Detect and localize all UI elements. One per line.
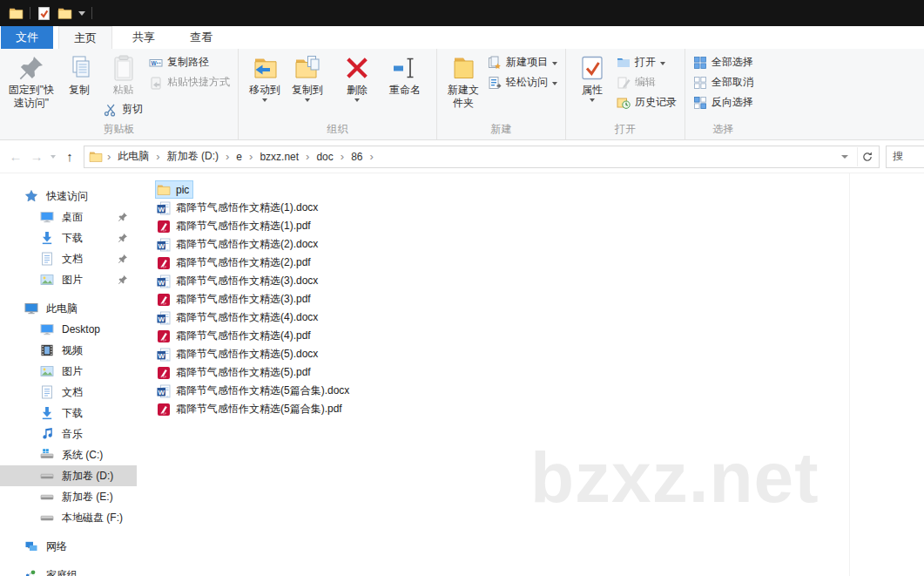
new-folder-button[interactable]: 新建文件夹 [442,52,484,112]
sidebar-item-视频[interactable]: 视频 [0,340,137,361]
pin-icon[interactable] [118,254,128,264]
breadcrumb-item[interactable]: 新加卷 (D:) [163,149,223,164]
button-label: 复制路径 [167,55,209,70]
select-all-button[interactable]: 全部选择 [691,54,756,71]
ribbon-group-select: 全部选择 全部取消 反向选择 选择 [685,49,761,139]
copy-to-button[interactable]: 复制到 [287,52,328,104]
sidebar-item-新加卷-D-[interactable]: 新加卷 (D:) [0,465,137,486]
breadcrumb-separator[interactable]: › [153,150,162,163]
search-input[interactable]: 搜 [886,146,924,168]
sidebar-item-桌面[interactable]: 桌面 [0,207,137,227]
file-row[interactable]: PDF霜降节气感悟作文精选(5篇合集).pdf [155,400,347,418]
button-label: 全部选择 [712,55,753,70]
breadcrumb-item[interactable]: e [232,151,246,163]
sidebar-item-文档[interactable]: 文档 [0,248,137,269]
video-icon [40,343,54,357]
copy-path-icon: W [149,56,163,70]
tab-file[interactable]: 文件 [1,26,53,49]
copy-path-button[interactable]: W 复制路径 [146,54,233,71]
file-row[interactable]: W霜降节气感悟作文精选(2).docx [155,235,322,254]
file-row[interactable]: W霜降节气感悟作文精选(3).docx [155,272,322,290]
paste-button[interactable]: 粘贴 [103,52,145,98]
address-dropdown-chevron-icon[interactable] [841,155,848,159]
paste-shortcut-button[interactable]: 粘贴快捷方式 [146,74,233,91]
sidebar-item-此电脑[interactable]: 此电脑 [0,298,137,319]
breadcrumb-separator[interactable]: › [303,150,312,163]
svg-text:PDF: PDF [161,376,166,379]
forward-button[interactable]: → [26,149,47,164]
sidebar-item-新加卷-E-[interactable]: 新加卷 (E:) [0,486,137,507]
file-row[interactable]: PDF霜降节气感悟作文精选(2).pdf [155,254,315,272]
sidebar-item-快速访问[interactable]: 快速访问 [0,186,137,207]
refresh-icon[interactable] [857,147,877,166]
properties-icon[interactable] [37,6,51,21]
folder-icon[interactable] [57,6,72,21]
breadcrumb-item[interactable]: 86 [347,151,367,163]
tab-home[interactable]: 主页 [58,26,112,49]
file-row[interactable]: PDF霜降节气感悟作文精选(3).pdf [155,290,315,308]
file-row[interactable]: W霜降节气感悟作文精选(4).docx [155,308,322,327]
open-folder-icon [617,56,631,70]
navigation-bar: ← → ↑ › 此电脑›新加卷 (D:)›e›bzxz.net›doc›86› … [0,140,924,173]
pin-icon[interactable] [118,212,128,222]
sidebar-item-图片[interactable]: 图片 [0,361,137,382]
pin-icon[interactable] [118,233,128,243]
new-item-button[interactable]: 新建项目 [485,54,560,71]
button-label: 历史记录 [635,95,677,110]
tab-view[interactable]: 查看 [175,26,227,49]
edit-button[interactable]: 编辑 [614,74,679,91]
properties-button[interactable]: 属性 [571,52,613,104]
pdf-icon: PDF [157,366,171,380]
file-row[interactable]: PDF霜降节气感悟作文精选(5).pdf [155,363,315,382]
address-bar[interactable]: › 此电脑›新加卷 (D:)›e›bzxz.net›doc›86› [84,146,880,168]
sidebar-item-家庭组[interactable]: 家庭组 [0,565,137,576]
file-list-pane: picW霜降节气感悟作文精选(1).docxPDF霜降节气感悟作文精选(1).p… [137,173,924,576]
button-label: 移动到 [249,84,280,97]
breadcrumb-item[interactable]: bzxz.net [255,151,303,163]
breadcrumb-separator[interactable]: › [246,150,255,163]
rename-button[interactable]: 重命名 [379,52,431,98]
select-none-button[interactable]: 全部取消 [691,74,756,91]
open-button[interactable]: 打开 [614,54,679,71]
sidebar-item-音乐[interactable]: 音乐 [0,424,137,444]
breadcrumb-separator[interactable]: › [368,150,376,163]
file-row[interactable]: PDF霜降节气感悟作文精选(1).pdf [155,217,315,235]
pin-to-quick-access-button[interactable]: 固定到"快速访问" [5,52,57,112]
sidebar-item-图片[interactable]: 图片 [0,269,137,290]
folder-row[interactable]: pic [155,180,193,199]
file-row[interactable]: W霜降节气感悟作文精选(1).docx [155,199,322,217]
delete-button[interactable]: 删除 [336,52,378,104]
pictures-icon [40,364,54,378]
sidebar-item-下载[interactable]: 下载 [0,227,137,248]
file-row[interactable]: PDF霜降节气感悟作文精选(4).pdf [155,327,315,345]
move-to-icon [251,54,279,82]
sidebar-item-Desktop[interactable]: Desktop [0,319,137,340]
file-row[interactable]: W霜降节气感悟作文精选(5).docx [155,345,322,363]
move-to-button[interactable]: 移动到 [244,52,286,104]
sidebar-item-下载[interactable]: 下载 [0,403,137,424]
recent-locations-chevron-icon[interactable] [51,155,56,159]
sidebar-item-网络[interactable]: 网络 [0,536,137,557]
up-button[interactable]: ↑ [59,149,80,164]
breadcrumb-separator[interactable]: › [338,150,347,163]
file-row[interactable]: W霜降节气感悟作文精选(5篇合集).docx [155,382,354,400]
tab-share[interactable]: 共享 [118,26,170,49]
sidebar-item-本地磁盘-F-[interactable]: 本地磁盘 (F:) [0,507,137,528]
back-button[interactable]: ← [5,149,26,164]
copy-button[interactable]: 复制 [58,52,100,98]
breadcrumb-item[interactable]: 此电脑 [113,149,153,164]
invert-selection-button[interactable]: 反向选择 [691,94,756,111]
button-label: 属性 [582,84,603,97]
easy-access-button[interactable]: 轻松访问 [485,74,560,91]
breadcrumb-item[interactable]: doc [312,151,337,163]
sidebar-item-系统-C-[interactable]: 系统 (C:) [0,444,137,465]
breadcrumb-separator[interactable]: › [223,150,232,163]
sidebar-item-文档[interactable]: 文档 [0,382,137,403]
drive-icon [40,511,54,525]
folder-icon[interactable] [9,6,24,21]
history-button[interactable]: 历史记录 [614,94,679,111]
button-label: 粘贴 [113,84,134,97]
chevron-down-icon[interactable] [78,11,85,16]
cut-button[interactable]: 剪切 [101,101,145,118]
pin-icon[interactable] [118,274,128,285]
